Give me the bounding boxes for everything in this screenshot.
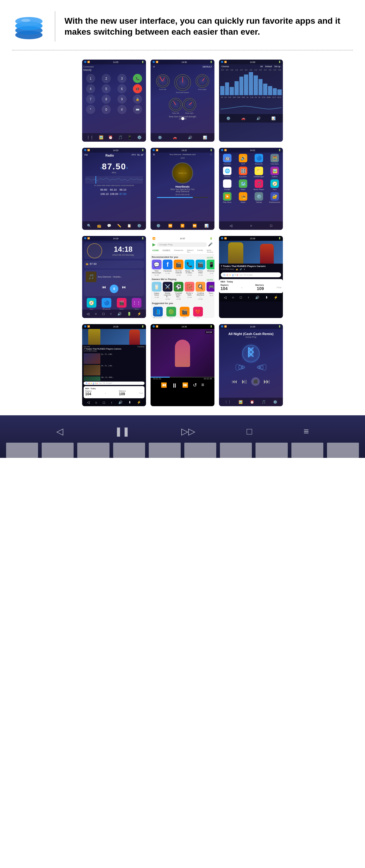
bottom-pause-icon[interactable]: ❚❚ bbox=[115, 426, 130, 437]
tab-home[interactable]: HOME bbox=[151, 248, 161, 254]
app-maps[interactable]: 🗺️ Maps bbox=[236, 179, 250, 190]
m-nav-2[interactable]: ⏮️ bbox=[168, 224, 173, 228]
a-nav-3[interactable]: □ bbox=[270, 224, 272, 227]
bottom-forward-icon[interactable]: ▷▷ bbox=[181, 426, 195, 437]
clk-nav-6[interactable]: 🔋 bbox=[127, 312, 131, 316]
shortcut-navi[interactable]: 🧭 Navi bbox=[87, 298, 96, 310]
eqb-nav-4[interactable]: 📊 bbox=[271, 117, 276, 120]
game-mobile[interactable]: ⚔️ Mobile Legends: B... 48 MB bbox=[163, 282, 173, 300]
clk-nav-5[interactable]: 🔊 bbox=[117, 312, 122, 316]
game-bricks[interactable]: 🧱 Bricks n Balls 34 MB bbox=[185, 282, 194, 300]
dial-9[interactable]: 9 bbox=[117, 95, 126, 104]
yt-nav-home[interactable]: ○ bbox=[232, 296, 234, 299]
dial-lock[interactable]: 🔒 bbox=[133, 95, 142, 104]
bt-nav-5[interactable]: ⚙️ bbox=[273, 400, 277, 404]
eq-nav-4[interactable]: 📊 bbox=[203, 135, 207, 140]
r-nav-4[interactable]: ✏️ bbox=[117, 224, 121, 228]
yt-nav-back[interactable]: ◁ bbox=[224, 296, 226, 300]
app-whatsapp[interactable]: 📱 WhatsApp 22 M bbox=[207, 260, 214, 276]
r-nav-6[interactable]: ⚙️ bbox=[137, 224, 142, 228]
video-menu[interactable]: ≡ bbox=[201, 382, 204, 389]
yt2-nav-home[interactable]: ○ bbox=[95, 401, 97, 404]
app-equalizer[interactable]: 🎛️ Equalizer bbox=[236, 166, 250, 178]
more-btn-2[interactable]: MORE bbox=[207, 279, 213, 281]
play-search-bar[interactable]: Google Play bbox=[157, 242, 207, 247]
app-radio[interactable]: 📻 Radio bbox=[236, 192, 250, 203]
bt-next[interactable]: ⏭ bbox=[264, 378, 270, 385]
app-chrome[interactable]: 🌐 Chrome bbox=[220, 166, 234, 178]
dial-extra[interactable]: ⌨️ bbox=[133, 105, 142, 114]
bt-nav-1[interactable]: ⋮⋮ bbox=[224, 400, 231, 404]
ta-btn[interactable]: TA bbox=[137, 154, 140, 157]
yt-nav-7[interactable]: ⚡ bbox=[274, 296, 278, 300]
dial-3[interactable]: 3 bbox=[117, 74, 126, 83]
dial-end[interactable]: 📵 bbox=[133, 84, 142, 93]
yt-nav-5[interactable]: 🔊 bbox=[255, 296, 260, 300]
bt-stop[interactable]: ⬛ bbox=[251, 377, 260, 386]
video-play-pause[interactable]: ⏸ bbox=[172, 382, 178, 389]
app-vlc[interactable]: 🎬 VLC for Android 26 MB bbox=[174, 260, 183, 276]
eq-nav-2[interactable]: 🚗 bbox=[173, 135, 177, 140]
preset-3[interactable]: 98.10 bbox=[120, 188, 128, 191]
tab-early[interactable]: Early Access bbox=[205, 248, 214, 254]
dial-call[interactable]: 📞 bbox=[133, 74, 142, 83]
yt2-google-bar[interactable]: G o o g l e Say "Ok Google" bbox=[84, 381, 145, 385]
a-nav-2[interactable]: ○ bbox=[250, 224, 252, 227]
dial-1[interactable]: 1 bbox=[86, 74, 95, 83]
app-musicplayer[interactable]: 🎵 Music Player bbox=[252, 179, 266, 190]
clk-nav-rec[interactable]: □ bbox=[102, 312, 104, 316]
preset-6[interactable]: 87.50 bbox=[120, 192, 128, 195]
dial-5[interactable]: 5 bbox=[101, 84, 111, 93]
bt-nav-4[interactable]: 🎵 bbox=[262, 400, 266, 404]
preset-4[interactable]: 106.10 bbox=[100, 192, 109, 195]
play-pause-btn[interactable]: ⏸ bbox=[110, 285, 118, 293]
clk-nav-4[interactable]: ↑ bbox=[110, 312, 112, 316]
tab-all[interactable]: All bbox=[261, 65, 263, 67]
sug-2[interactable]: 🟢 App bbox=[165, 307, 177, 318]
heart-icon[interactable]: ♡ bbox=[210, 154, 212, 156]
photo-nav-icon[interactable]: 🖼️ bbox=[99, 135, 103, 140]
dial-8[interactable]: 8 bbox=[101, 95, 111, 104]
preset-2[interactable]: 90.10 bbox=[110, 188, 118, 191]
tab-default[interactable]: Default bbox=[265, 65, 272, 67]
yt-nav-rec[interactable]: □ bbox=[240, 296, 242, 299]
bt-prev[interactable]: ⏮ bbox=[232, 378, 237, 385]
r-nav-2[interactable]: 📻 bbox=[97, 224, 101, 228]
m-nav-1[interactable]: ⚙️ bbox=[156, 224, 161, 228]
dial-0[interactable]: 0 bbox=[101, 105, 111, 114]
r-nav-3[interactable]: 💬 bbox=[107, 224, 111, 228]
clk-nav-7[interactable]: ⚡ bbox=[137, 312, 142, 316]
app-shadowsocks[interactable]: 🔐 Shadowsocks bbox=[268, 192, 282, 203]
music-nav-icon[interactable]: 🎵 bbox=[118, 135, 123, 140]
eq-nav-3[interactable]: 🔊 bbox=[188, 135, 192, 140]
play-mic[interactable]: 🎤 bbox=[208, 242, 213, 247]
r-nav-5[interactable]: 📋 bbox=[127, 224, 131, 228]
tab-games[interactable]: GAMES bbox=[161, 248, 172, 254]
app-viber[interactable]: 💬 Viber Messenger 35 MB bbox=[152, 260, 161, 276]
app-setting[interactable]: ⚙️ Setting bbox=[252, 192, 266, 203]
dial-star[interactable]: * bbox=[86, 105, 95, 114]
dial-7[interactable]: 7 bbox=[86, 95, 95, 104]
app-aux[interactable]: 🔊 AUX bbox=[236, 154, 250, 165]
app-google[interactable]: G Google bbox=[220, 179, 234, 190]
dial-6[interactable]: 6 bbox=[117, 84, 126, 93]
dial-2[interactable]: 2 bbox=[101, 74, 111, 83]
preset-1[interactable]: 89.80 bbox=[100, 188, 109, 191]
eq-nav-1[interactable]: ⚙️ bbox=[158, 135, 162, 140]
m-nav-4[interactable]: ⏭️ bbox=[192, 224, 197, 228]
pty-btn[interactable]: PTY bbox=[132, 154, 136, 157]
app-facebook[interactable]: f Facebook 57 MB bbox=[163, 260, 173, 276]
sug-1[interactable]: 📘 Messenger bbox=[152, 307, 164, 318]
google-search-bar[interactable]: G o o g l e Say "Ok Google" bbox=[221, 272, 281, 277]
game-cooking[interactable]: 🍳 Cooking Madness -... 54 MB bbox=[195, 282, 205, 300]
video-forward[interactable]: ⏩ bbox=[182, 382, 188, 389]
app-navi[interactable]: 🧭 Navi bbox=[268, 179, 282, 190]
video-rewind[interactable]: ⏪ bbox=[161, 382, 167, 389]
bt-nav-2[interactable]: 🖼️ bbox=[239, 400, 243, 404]
shortcut-bluetooth[interactable]: 🔵 Bluetooth bbox=[101, 298, 111, 310]
game-toon[interactable]: 🎮 Toon... 96 M bbox=[207, 282, 214, 300]
video-rotate[interactable]: ↺ bbox=[193, 382, 197, 389]
yt2-nav-6[interactable]: ⬇ bbox=[128, 400, 131, 404]
clk-nav-home[interactable]: ○ bbox=[95, 312, 97, 316]
yt-nav-4[interactable]: ↑ bbox=[248, 296, 249, 299]
